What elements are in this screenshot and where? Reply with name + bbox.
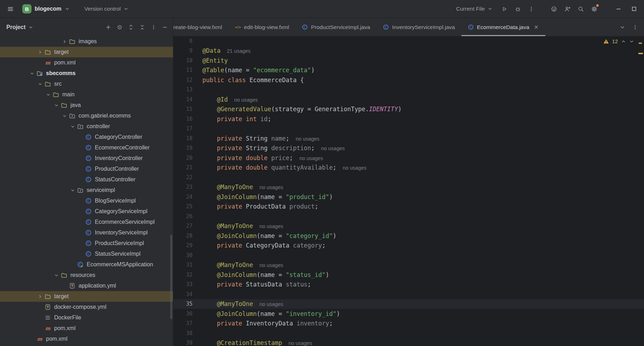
chevron-down-icon[interactable]	[52, 101, 61, 109]
code-line-11[interactable]: 11@Table(name = "ecommerce_data")	[173, 66, 644, 75]
tree-item-inventoryserviceimpl[interactable]: CInventoryServiceImpl	[0, 227, 173, 238]
line-number[interactable]: 13	[173, 86, 192, 93]
code-line-17[interactable]: 17	[173, 124, 644, 134]
chevron-right-icon[interactable]	[60, 37, 69, 46]
tree-item-ecommercemsapplication[interactable]: CEcommerceMSApplication	[0, 259, 173, 270]
line-number[interactable]: 27	[173, 223, 192, 229]
tree-item-sbecomms[interactable]: sbecomms	[0, 68, 173, 79]
debug-icon[interactable]	[512, 3, 524, 15]
add-user-icon[interactable]	[561, 3, 573, 15]
minimize-icon[interactable]	[611, 1, 626, 17]
tree-item-images[interactable]: images	[0, 36, 173, 47]
code-line-13[interactable]: 13	[173, 85, 644, 95]
code-line-38[interactable]: 38	[173, 328, 644, 338]
tree-item-statuscontroller[interactable]: CStatusController	[0, 174, 173, 185]
tree-item-ecommercecontroller[interactable]: CEcommerceController	[0, 142, 173, 153]
code-line-34[interactable]: 34	[173, 289, 644, 299]
add-icon[interactable]	[103, 22, 114, 33]
code-line-30[interactable]: 30	[173, 250, 644, 260]
tree-item-controller[interactable]: controller	[0, 121, 173, 132]
line-number[interactable]: 38	[173, 330, 192, 336]
previous-warning-icon[interactable]	[621, 39, 626, 44]
usage-hint[interactable]: no usages	[259, 262, 283, 268]
tree-item-inventorycontroller[interactable]: CInventoryController	[0, 153, 173, 164]
line-number[interactable]: 39	[173, 340, 192, 346]
tree-item-com-gabriel-ecomms[interactable]: com.gabriel.ecomms	[0, 110, 173, 121]
line-number[interactable]: 32	[173, 272, 192, 278]
code-line-9[interactable]: 9@Data21 usages	[173, 46, 644, 56]
tree-item-main[interactable]: main	[0, 89, 173, 100]
code-line-19[interactable]: 19 private String description;no usages	[173, 143, 644, 153]
code-line-29[interactable]: 29 private CategoryData category;	[173, 241, 644, 251]
search-icon[interactable]	[575, 3, 587, 15]
code-line-15[interactable]: 15 @GeneratedValue(strategy = Generation…	[173, 104, 644, 114]
line-number[interactable]: 20	[173, 155, 192, 161]
collapse-all-icon[interactable]	[137, 22, 148, 33]
tree-item-serviceimpl[interactable]: serviceimpl	[0, 185, 173, 195]
code-line-20[interactable]: 20 private double price;no usages	[173, 153, 644, 163]
editor-tab-ecommercedata-java[interactable]: CEcommerceData.java	[461, 18, 545, 36]
usage-hint[interactable]: no usages	[259, 185, 283, 190]
line-number[interactable]: 14	[173, 96, 192, 103]
usage-hint[interactable]: no usages	[259, 223, 283, 229]
line-number[interactable]: 22	[173, 174, 192, 181]
more-icon[interactable]	[630, 22, 640, 33]
code-line-24[interactable]: 24 @JoinColumn(name = "product_id")	[173, 192, 644, 202]
line-number[interactable]: 31	[173, 262, 192, 268]
chevron-right-icon[interactable]	[36, 292, 44, 301]
chevron-down-icon[interactable]	[28, 69, 36, 78]
editor-tab-edit-blog-view-fxml[interactable]: </>edit-blog-view.fxml	[229, 18, 296, 36]
code-line-31[interactable]: 31 @ManyToOneno usages	[173, 260, 644, 270]
more-icon[interactable]	[525, 3, 537, 15]
usage-hint[interactable]: no usages	[321, 146, 345, 151]
code-line-35[interactable]: 35 @ManyToOneno usages	[173, 299, 644, 309]
line-number[interactable]: 17	[173, 125, 192, 132]
tree-item-productserviceimpl[interactable]: CProductServiceImpl	[0, 238, 173, 249]
usage-hint[interactable]: no usages	[296, 136, 320, 142]
line-number[interactable]: 28	[173, 233, 192, 239]
tree-item-resources[interactable]: resources	[0, 270, 173, 280]
tree-item-blogserviceimpl[interactable]: CBlogServiceImpl	[0, 195, 173, 206]
editor-tab-create-blog-view-fxml[interactable]: </>create-blog-view.fxml	[173, 18, 229, 36]
line-number[interactable]: 19	[173, 145, 192, 151]
chevron-down-icon[interactable]	[617, 22, 628, 33]
code-line-23[interactable]: 23 @ManyToOneno usages	[173, 182, 644, 192]
line-number[interactable]: 8	[173, 38, 192, 44]
tree-item-ecommerceserviceimpl[interactable]: CEcommerceServiceImpl	[0, 217, 173, 227]
line-number[interactable]: 12	[173, 77, 192, 83]
code-line-25[interactable]: 25 private ProductData product;	[173, 202, 644, 212]
code-line-12[interactable]: 12public class EcommerceData {	[173, 75, 644, 85]
chevron-down-icon[interactable]	[36, 80, 44, 88]
line-number[interactable]: 34	[173, 291, 192, 297]
line-number[interactable]: 24	[173, 194, 192, 200]
locate-icon[interactable]	[114, 22, 125, 33]
code-line-37[interactable]: 37 private InventoryData inventory;	[173, 319, 644, 329]
code-line-8[interactable]: 8	[173, 36, 644, 46]
code-editor[interactable]: 89@Data21 usages10@Entity11@Table(name =…	[173, 36, 644, 346]
code-line-36[interactable]: 36 @JoinColumn(name = "inventory_id")	[173, 309, 644, 319]
warning-stripe-mark[interactable]	[638, 53, 643, 54]
code-line-33[interactable]: 33 private StatusData status;	[173, 280, 644, 290]
line-number[interactable]: 11	[173, 67, 192, 73]
tree-item-target[interactable]: target	[0, 291, 173, 302]
usage-hint[interactable]: no usages	[299, 155, 323, 161]
code-line-32[interactable]: 32 @JoinColumn(name = "status_id")	[173, 270, 644, 280]
tree-item-categoryserviceimpl[interactable]: CCategoryServiceImpl	[0, 206, 173, 217]
tree-item-src[interactable]: src	[0, 79, 173, 89]
tree-item-pom-xml[interactable]: mpom.xml	[0, 334, 173, 344]
tree-item-java[interactable]: java	[0, 100, 173, 110]
vcs-widget[interactable]: Version control	[81, 4, 132, 13]
next-warning-icon[interactable]	[629, 39, 634, 44]
line-number[interactable]: 9	[173, 47, 192, 54]
tree-scrollbar[interactable]	[170, 235, 172, 319]
tree-item-statusserviceimpl[interactable]: CStatusServiceImpl	[0, 249, 173, 259]
editor-tab-inventoryserviceimpl-java[interactable]: CInventoryServiceImpl.java	[376, 18, 461, 36]
line-number[interactable]: 30	[173, 252, 192, 259]
code-line-26[interactable]: 26	[173, 211, 644, 221]
tree-item-categorycontroller[interactable]: CCategoryController	[0, 132, 173, 142]
tree-item-target[interactable]: target	[0, 47, 173, 57]
usage-hint[interactable]: no usages	[234, 97, 258, 103]
usage-hint[interactable]: no usages	[288, 340, 312, 346]
code-line-21[interactable]: 21 private double quantityAvailable;no u…	[173, 163, 644, 173]
line-number[interactable]: 29	[173, 242, 192, 249]
